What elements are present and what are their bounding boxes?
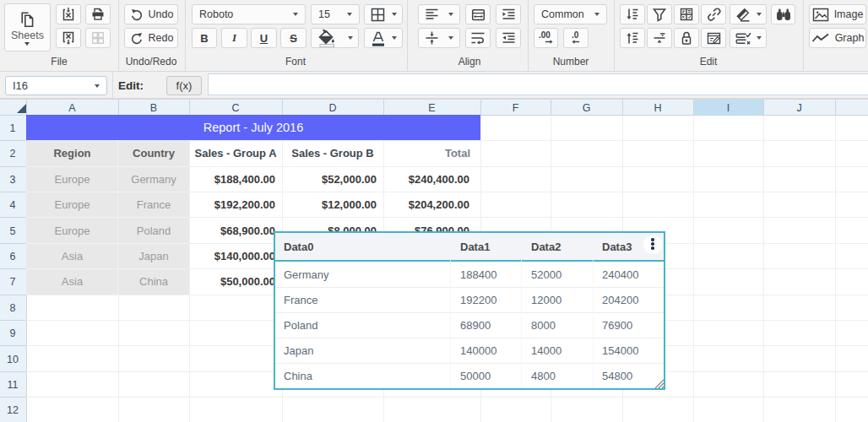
svg-text:.0: .0 [572,30,579,40]
svg-text:.00: .00 [539,30,551,40]
